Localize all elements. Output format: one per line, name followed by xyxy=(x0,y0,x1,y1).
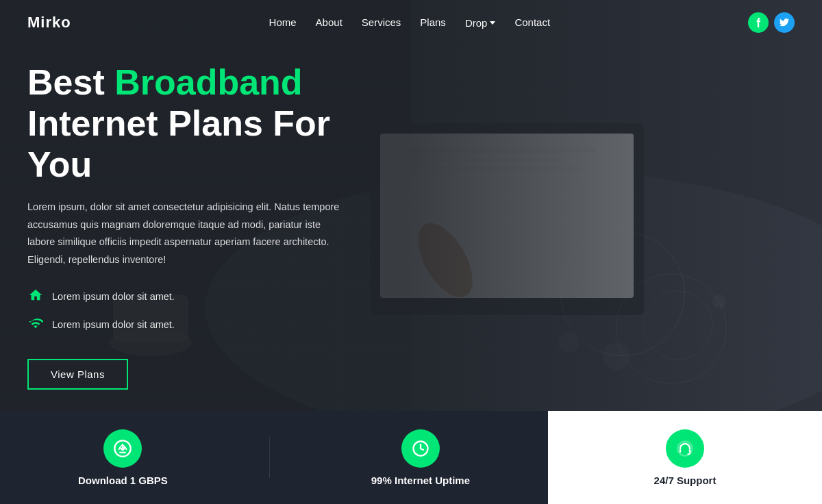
svg-rect-20 xyxy=(680,449,681,453)
nav-item-contact[interactable]: Contact xyxy=(514,16,550,29)
navbar: Mirko Home About Services Plans Drop Con… xyxy=(0,0,822,45)
stat-download-label: Download 1 GBPS xyxy=(78,475,168,486)
hero-title-plain: Best xyxy=(27,62,114,102)
nav-link-home[interactable]: Home xyxy=(269,16,297,28)
download-icon xyxy=(103,429,142,468)
stat-support: 24/7 Support xyxy=(654,429,717,486)
nav-link-contact[interactable]: Contact xyxy=(514,16,550,28)
nav-link-about[interactable]: About xyxy=(316,16,342,28)
nav-links: Home About Services Plans Drop Contact xyxy=(269,16,551,29)
nav-item-drop[interactable]: Drop xyxy=(465,17,496,29)
stats-right: 24/7 Support xyxy=(548,411,822,504)
hero-title-second: Internet Plans For You xyxy=(27,103,330,184)
view-plans-button[interactable]: View Plans xyxy=(27,359,128,390)
stat-download: Download 1 GBPS xyxy=(78,429,168,486)
nav-link-drop[interactable]: Drop xyxy=(465,17,496,29)
clock-icon xyxy=(401,429,440,468)
hero-title: Best Broadband Internet Plans For You xyxy=(27,62,384,185)
facebook-icon[interactable] xyxy=(748,12,769,33)
stat-divider-1 xyxy=(269,437,270,478)
feature-item-1: Lorem ipsum dolor sit amet. xyxy=(27,288,384,306)
feature-text-2: Lorem ipsum dolor sit amet. xyxy=(52,319,175,330)
wifi-icon xyxy=(27,316,44,334)
stat-uptime: 99% Internet Uptime xyxy=(371,429,470,486)
svg-rect-21 xyxy=(689,449,690,453)
stat-support-label: 24/7 Support xyxy=(654,475,717,486)
stats-left: Download 1 GBPS 99% Internet Uptime xyxy=(0,411,548,504)
nav-item-home[interactable]: Home xyxy=(269,16,297,29)
hero-features: Lorem ipsum dolor sit amet. Lorem ipsum … xyxy=(27,288,384,334)
twitter-icon[interactable] xyxy=(774,12,795,33)
stats-bar: Download 1 GBPS 99% Internet Uptime xyxy=(0,411,822,504)
stat-uptime-label: 99% Internet Uptime xyxy=(371,475,470,486)
hero-description: Lorem ipsum, dolor sit amet consectetur … xyxy=(27,199,349,268)
nav-link-services[interactable]: Services xyxy=(362,16,401,28)
dropdown-caret-icon xyxy=(490,21,495,25)
support-icon xyxy=(666,429,704,468)
feature-item-2: Lorem ipsum dolor sit amet. xyxy=(27,316,384,334)
hero-title-accent: Broadband xyxy=(114,62,302,102)
nav-link-plans[interactable]: Plans xyxy=(420,16,446,28)
nav-brand: Mirko xyxy=(27,14,71,32)
nav-item-plans[interactable]: Plans xyxy=(420,16,446,29)
nav-item-about[interactable]: About xyxy=(316,16,342,29)
house-icon xyxy=(27,288,44,306)
hero-section: Best Broadband Internet Plans For You Lo… xyxy=(0,0,822,411)
nav-item-services[interactable]: Services xyxy=(362,16,401,29)
social-icons xyxy=(748,12,795,33)
hero-content: Best Broadband Internet Plans For You Lo… xyxy=(0,21,411,390)
feature-text-1: Lorem ipsum dolor sit amet. xyxy=(52,291,175,302)
